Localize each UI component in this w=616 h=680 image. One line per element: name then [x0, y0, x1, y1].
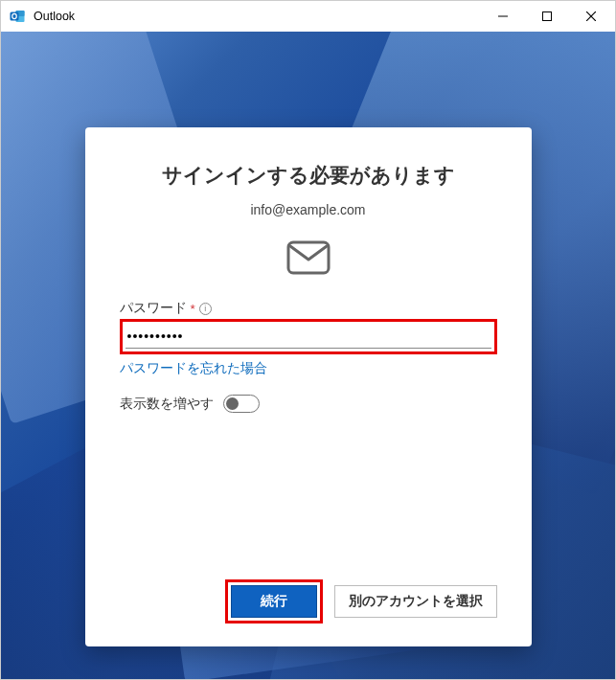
signin-dialog: サインインする必要があります info@example.com パスワード * …	[85, 127, 532, 646]
minimize-button[interactable]	[481, 1, 525, 32]
show-more-toggle[interactable]	[223, 395, 260, 413]
continue-button[interactable]: 続行	[231, 585, 317, 618]
svg-line-7	[586, 11, 596, 21]
outlook-icon	[9, 8, 26, 25]
titlebar: Outlook	[1, 1, 615, 32]
envelope-icon	[120, 240, 497, 275]
show-more-row: 表示数を増やす	[120, 395, 497, 413]
dialog-footer: 続行 別のアカウントを選択	[120, 579, 497, 623]
password-highlight	[120, 319, 497, 354]
app-window: Outlook サインインする必要があります info@example.com	[0, 0, 616, 680]
toggle-knob	[226, 397, 239, 410]
password-label: パスワード	[120, 300, 187, 317]
show-more-label: 表示数を増やす	[120, 396, 214, 413]
svg-rect-8	[288, 242, 329, 273]
password-label-row: パスワード * i	[120, 300, 497, 317]
window-controls	[481, 1, 613, 32]
close-button[interactable]	[569, 1, 613, 32]
dialog-heading: サインインする必要があります	[120, 162, 497, 189]
select-other-account-button[interactable]: 別のアカウントを選択	[334, 585, 497, 618]
required-asterisk: *	[191, 302, 195, 316]
maximize-button[interactable]	[525, 1, 569, 32]
svg-rect-5	[543, 12, 552, 21]
account-email: info@example.com	[120, 202, 497, 217]
continue-highlight: 続行	[225, 579, 323, 623]
window-title: Outlook	[34, 10, 481, 23]
forgot-password-link[interactable]: パスワードを忘れた場合	[120, 360, 497, 377]
info-icon[interactable]: i	[199, 303, 212, 315]
svg-line-6	[586, 11, 596, 21]
password-input[interactable]	[125, 325, 491, 349]
content-area: サインインする必要があります info@example.com パスワード * …	[1, 32, 615, 679]
